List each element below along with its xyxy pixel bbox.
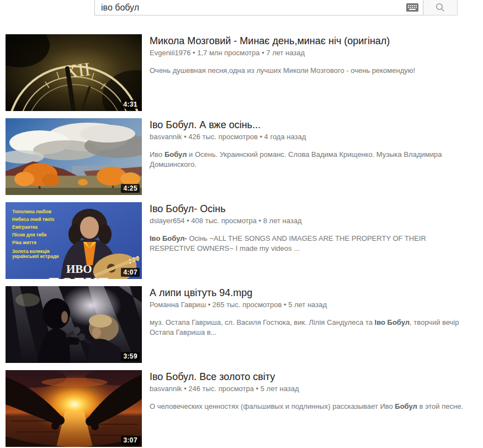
album-song-label: Емігрантка bbox=[12, 224, 38, 230]
video-meta: basvannik • 246 тыс. просмотра • 5 лет н… bbox=[150, 384, 463, 393]
video-title[interactable]: Іво Бобул- Осінь bbox=[150, 203, 463, 215]
duration-badge: 4:31 bbox=[121, 100, 140, 109]
description-segment: Осінь ~ALL THE SONGS AND IMAGES ARE THE … bbox=[150, 234, 426, 252]
description-segment: Очень душевная песня,одна из лучших Мико… bbox=[150, 66, 415, 75]
video-info: Іво Бобул. Все золото світу basvannik • … bbox=[150, 370, 463, 447]
video-description: Очень душевная песня,одна из лучших Мико… bbox=[150, 66, 415, 76]
video-description: Іво Бобул- Осінь ~ALL THE SONGS AND IMAG… bbox=[150, 234, 463, 254]
search-icon bbox=[436, 3, 445, 12]
video-title[interactable]: Іво Бобул. А вже осінь... bbox=[150, 119, 463, 131]
video-thumbnail[interactable]: 3:07 bbox=[6, 370, 142, 447]
search-result-row: 3:07 Іво Бобул. Все золото світу basvann… bbox=[6, 370, 483, 447]
video-thumbnail[interactable]: XII 4:31 bbox=[6, 34, 142, 111]
search-input[interactable] bbox=[101, 0, 403, 15]
album-artist-line2: БОБУЛ bbox=[49, 273, 109, 279]
video-meta: basvannik • 426 тыс. просмотров • 4 года… bbox=[150, 133, 463, 141]
album-song-label: Тополина любов bbox=[12, 209, 51, 214]
duration-badge: 4:07 bbox=[121, 268, 140, 277]
video-meta: Evgeniii1976 • 1,7 млн просмотра • 7 лет… bbox=[150, 49, 415, 57]
search-results-list: XII 4:31 Микола Мозговий - Минає день,ми… bbox=[0, 34, 483, 447]
video-meta: Романна Гавриш • 265 тыс. просмотров • 5… bbox=[150, 301, 463, 309]
album-song-label: Пісня для тебе bbox=[12, 232, 47, 238]
search-result-row: XII 4:31 Микола Мозговий - Минає день,ми… bbox=[6, 34, 483, 111]
description-segment: и Осень. Украинский романс. Слова Вадима… bbox=[150, 150, 442, 168]
video-thumbnail[interactable]: Тополина любов Небеса очей твоїх Емігран… bbox=[6, 202, 142, 279]
search-button[interactable] bbox=[423, 0, 458, 15]
video-title[interactable]: Іво Бобул. Все золото світу bbox=[150, 371, 463, 383]
album-song-label: української естради bbox=[12, 254, 59, 259]
description-segment: муз. Остапа Гавриша, сл. Василя Гостюка,… bbox=[150, 318, 375, 326]
search-header bbox=[94, 0, 483, 15]
video-description: Иво Бобул и Осень. Украинский романс. Сл… bbox=[150, 150, 463, 170]
duration-badge: 4:25 bbox=[121, 184, 140, 193]
video-info: Микола Мозговий - Минає день,минає ніч (… bbox=[150, 34, 415, 111]
search-result-row: Тополина любов Небеса очей твоїх Емігран… bbox=[6, 202, 483, 279]
search-box[interactable] bbox=[94, 0, 423, 15]
keyboard-icon[interactable] bbox=[406, 3, 418, 12]
video-info: Іво Бобул- Осінь dslayer654 • 408 тыс. п… bbox=[150, 202, 463, 279]
description-segment: Иво bbox=[150, 150, 164, 159]
video-thumbnail[interactable]: 4:25 bbox=[6, 118, 142, 195]
video-info: Іво Бобул. А вже осінь... basvannik • 42… bbox=[150, 118, 463, 195]
duration-badge: 3:07 bbox=[121, 436, 140, 445]
description-segment: в этой песне. bbox=[417, 402, 463, 410]
description-segment: О человеческих ценностях (фальшивых и по… bbox=[150, 402, 395, 410]
video-title[interactable]: Микола Мозговий - Минає день,минає ніч (… bbox=[150, 35, 415, 47]
album-song-label: Ріка життя bbox=[12, 240, 36, 245]
video-title[interactable]: А липи цвітуть 94.mpg bbox=[150, 287, 463, 299]
video-meta: dslayer654 • 408 тыс. просмотра • 8 лет … bbox=[150, 217, 463, 225]
video-info: А липи цвітуть 94.mpg Романна Гавриш • 2… bbox=[150, 286, 463, 363]
description-segment: Іво Бобул bbox=[375, 318, 410, 326]
search-result-row: 4:25 Іво Бобул. А вже осінь... basvannik… bbox=[6, 118, 483, 195]
video-thumbnail[interactable]: 3:59 bbox=[6, 286, 142, 363]
description-segment: Бобул bbox=[395, 402, 417, 410]
album-song-label: Небеса очей твоїх bbox=[12, 217, 55, 222]
description-segment: Бобул bbox=[164, 150, 187, 159]
search-result-row: 3:59 А липи цвітуть 94.mpg Романна Гаври… bbox=[6, 286, 483, 363]
video-description: муз. Остапа Гавриша, сл. Василя Гостюка,… bbox=[150, 318, 463, 338]
duration-badge: 3:59 bbox=[121, 352, 140, 361]
description-segment: Іво Бобул- bbox=[150, 234, 187, 243]
video-description: О человеческих ценностях (фальшивых и по… bbox=[150, 402, 463, 412]
